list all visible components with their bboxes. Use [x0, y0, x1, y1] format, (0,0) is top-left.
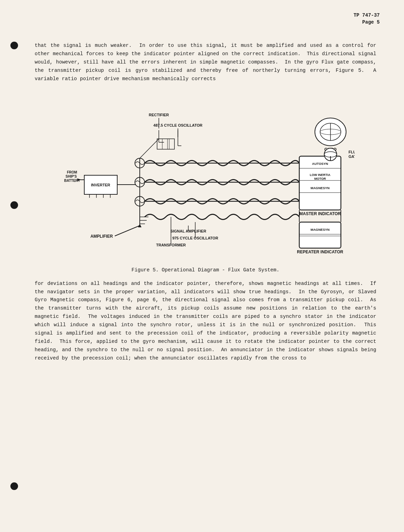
bottom-paragraph-text: for deviations on all headings and the i…: [35, 280, 376, 363]
svg-text:GATE: GATE: [349, 154, 355, 159]
svg-text:FROM: FROM: [67, 170, 77, 174]
diagram-container: FROM SHIP'S BATTERY INVERTER: [57, 94, 355, 260]
figure-caption: Figure 5. Operational Diagram - Flux Gat…: [35, 267, 376, 273]
svg-rect-57: [299, 222, 341, 248]
page-header: TP 747-37 Page 5: [353, 12, 380, 26]
svg-text:SHIP'S: SHIP'S: [66, 175, 77, 178]
svg-text:REPEATER INDICATOR: REPEATER INDICATOR: [297, 250, 343, 254]
flux-gate-diagram: FROM SHIP'S BATTERY INVERTER: [57, 94, 355, 260]
svg-text:MAGNESYN: MAGNESYN: [310, 186, 329, 190]
svg-text:MASTER INDICATOR: MASTER INDICATOR: [299, 211, 341, 216]
svg-text:FLUX: FLUX: [349, 150, 355, 154]
bottom-paragraph-block: for deviations on all headings and the i…: [35, 280, 376, 363]
svg-text:MAGNESYN: MAGNESYN: [310, 228, 329, 231]
svg-text:MOTOR: MOTOR: [314, 177, 326, 180]
svg-text:AUTOSYN: AUTOSYN: [312, 162, 328, 166]
svg-text:RECTIFIER: RECTIFIER: [148, 113, 169, 117]
svg-text:INVERTER: INVERTER: [91, 183, 110, 187]
diagram-section: FROM SHIP'S BATTERY INVERTER: [35, 94, 376, 260]
top-paragraph-text: that the signal is much weaker. In order…: [35, 42, 376, 83]
bullet-mark-mid: [10, 201, 18, 209]
bullet-mark-bottom: [10, 482, 18, 490]
figure-caption-text: Figure 5. Operational Diagram - Flux Gat…: [131, 267, 279, 273]
svg-text:LOW INERTIA: LOW INERTIA: [310, 173, 330, 177]
document-id: TP 747-37: [353, 12, 380, 19]
svg-text:487.5 CYCLE OSCILLATOR: 487.5 CYCLE OSCILLATOR: [153, 123, 202, 127]
page: TP 747-37 Page 5 that the signal is much…: [0, 0, 404, 532]
svg-text:AMPLIFIER: AMPLIFIER: [90, 234, 113, 239]
top-paragraph-block: that the signal is much weaker. In order…: [35, 42, 376, 83]
page-number: Page 5: [353, 19, 380, 26]
bullet-mark-top: [10, 42, 18, 49]
